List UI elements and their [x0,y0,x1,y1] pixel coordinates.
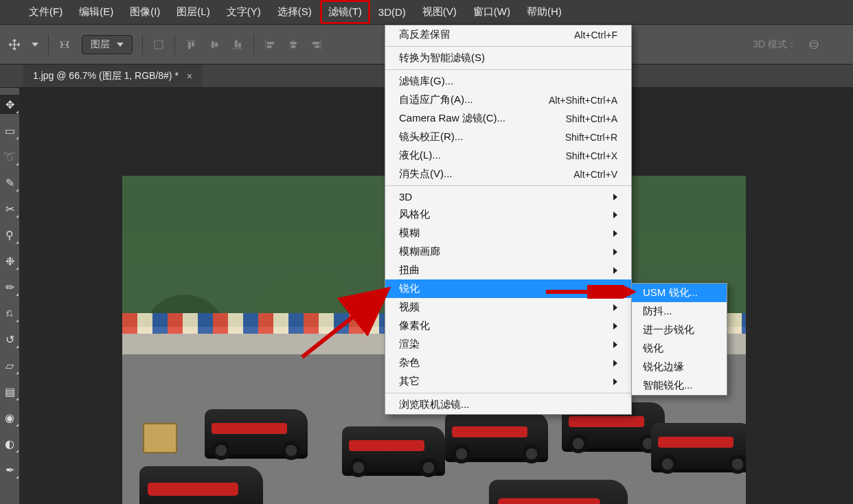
dodge-tool-icon[interactable]: ◐ [0,434,19,453]
menu-item-filter-gallery[interactable]: 滤镜库(G)... [385,72,631,91]
menu-select[interactable]: 选择(S) [269,0,320,24]
align-right-icon[interactable] [305,25,328,64]
menu-help[interactable]: 帮助(H) [519,0,570,24]
submenu-item-smart-sharpen[interactable]: 智能锐化... [632,376,727,395]
menu-item-convert-smart-filter[interactable]: 转换为智能滤镜(S) [385,49,631,67]
menu-file[interactable]: 文件(F) [21,0,71,24]
pen-tool-icon[interactable]: ✒ [0,460,19,479]
clone-stamp-tool-icon[interactable]: ⎌ [0,303,19,323]
menu-item-vanishing-point[interactable]: 消失点(V)... Alt+Ctrl+V [385,165,631,183]
menu-item-3d[interactable]: 3D [385,188,631,205]
submenu-arrow-icon [613,194,617,201]
submenu-item-sharpen-more[interactable]: 进一步锐化 [632,321,727,339]
menu-item-label: 进一步锐化 [643,323,694,336]
filter-menu-dropdown: 高反差保留 Alt+Ctrl+F 转换为智能滤镜(S) 滤镜库(G)... 自适… [385,25,632,415]
auto-select-icon[interactable] [53,25,76,64]
menu-item-label: USM 锐化... [643,286,698,299]
eraser-tool-icon[interactable]: ▱ [0,356,19,375]
history-brush-tool-icon[interactable]: ↺ [0,330,19,349]
crop-tool-icon[interactable]: ✂ [0,199,19,218]
gradient-tool-icon[interactable]: ▤ [0,382,19,401]
mode-3d-label: 3D 模式： [747,25,802,64]
menu-item-label: 转换为智能滤镜(S) [399,51,485,65]
marquee-tool-icon[interactable]: ▭ [0,121,19,140]
spacer [826,25,853,64]
separator [385,185,631,186]
menu-item-label: 风格化 [399,208,430,221]
submenu-item-shake-reduction[interactable]: 防抖... [632,302,727,321]
menu-window[interactable]: 窗口(W) [465,0,519,24]
menu-type[interactable]: 文字(Y) [218,0,269,24]
align-vcenter-icon[interactable] [203,25,226,64]
menu-item-label: 锐化边缘 [643,360,684,374]
menu-edit[interactable]: 编辑(E) [71,0,122,24]
brush-tool-icon[interactable]: ✏ [0,277,19,297]
separator [385,393,631,393]
transform-controls-icon[interactable] [147,25,170,64]
menu-item-pixelate[interactable]: 像素化 [385,317,631,335]
submenu-arrow-icon [613,341,617,348]
menu-item-shortcut: Alt+Ctrl+V [573,169,617,180]
move-tool-icon[interactable]: ✥ [0,95,19,114]
menu-item-noise[interactable]: 杂色 [385,354,631,372]
menu-item-shortcut: Alt+Ctrl+F [574,30,617,41]
menu-item-label: 液化(L)... [399,149,441,162]
menu-item-label: 模糊画廊 [399,245,440,258]
submenu-item-sharpen[interactable]: 锐化 [632,339,727,358]
lasso-tool-icon[interactable]: ➰ [0,147,19,166]
mode-3d-icon[interactable] [802,25,826,64]
submenu-arrow-icon [613,230,617,237]
menu-item-other[interactable]: 其它 [385,372,631,391]
blur-tool-icon[interactable]: ◉ [0,408,19,427]
menu-item-browse-online[interactable]: 浏览联机滤镜... [385,396,631,414]
submenu-arrow-icon [613,378,617,385]
menu-item-last-filter[interactable]: 高反差保留 Alt+Ctrl+F [385,25,631,44]
menu-3d[interactable]: 3D(D) [370,1,414,23]
align-hcenter-icon[interactable] [282,25,305,64]
menu-item-label: 锐化 [643,342,663,355]
chevron-down-icon [117,43,124,47]
menu-item-label: 锐化 [399,282,420,295]
submenu-item-sharpen-edges[interactable]: 锐化边缘 [632,358,727,376]
separator [174,34,175,55]
menu-image[interactable]: 图像(I) [122,0,168,24]
tool-preset-caret[interactable] [26,25,44,64]
spot-heal-tool-icon[interactable]: ❉ [0,251,19,271]
eyedropper-tool-icon[interactable]: ⚲ [0,225,19,244]
align-top-icon[interactable] [179,25,203,64]
quick-select-tool-icon[interactable]: ✎ [0,173,19,192]
menu-filter[interactable]: 滤镜(T) [320,0,370,24]
menu-item-stylize[interactable]: 风格化 [385,205,631,224]
menu-item-shortcut: Shift+Ctrl+X [566,150,617,161]
menu-item-lens-correction[interactable]: 镜头校正(R)... Shift+Ctrl+R [385,128,631,146]
menu-item-video[interactable]: 视频 [385,298,631,317]
submenu-arrow-icon [613,360,617,367]
menu-item-liquify[interactable]: 液化(L)... Shift+Ctrl+X [385,146,631,165]
menu-item-label: 像素化 [399,319,430,332]
menu-item-blur-gallery[interactable]: 模糊画廊 [385,242,631,261]
menu-item-render[interactable]: 渲染 [385,335,631,354]
menu-item-shortcut: Alt+Shift+Ctrl+A [549,95,617,106]
menu-item-blur[interactable]: 模糊 [385,224,631,242]
document-tab[interactable]: 1.jpg @ 66.7% (图层 1, RGB/8#) * × [23,65,202,87]
menu-item-label: 智能锐化... [643,379,693,392]
menu-item-label: 模糊 [399,227,420,240]
align-bottom-icon[interactable] [226,25,249,64]
menu-layer[interactable]: 图层(L) [168,0,218,24]
menu-item-sharpen[interactable]: 锐化 [385,279,631,298]
align-left-icon[interactable] [258,25,282,64]
menu-item-camera-raw[interactable]: Camera Raw 滤镜(C)... Shift+Ctrl+A [385,109,631,128]
sharpen-submenu: USM 锐化... 防抖... 进一步锐化 锐化 锐化边缘 智能锐化... [631,283,727,396]
menu-item-label: 防抖... [643,305,672,318]
menu-item-label: 杂色 [399,356,420,369]
menu-item-adaptive-wide-angle[interactable]: 自适应广角(A)... Alt+Shift+Ctrl+A [385,91,631,109]
submenu-arrow-icon [613,304,617,311]
menu-item-distort[interactable]: 扭曲 [385,261,631,279]
menu-view[interactable]: 视图(V) [414,0,465,24]
submenu-item-usm-sharpen[interactable]: USM 锐化... [632,284,727,302]
menu-item-label: 其它 [399,375,420,388]
auto-select-target[interactable]: 图层 [76,25,138,64]
move-tool-icon[interactable] [3,25,26,64]
close-icon[interactable]: × [187,71,192,82]
separator [48,34,49,55]
